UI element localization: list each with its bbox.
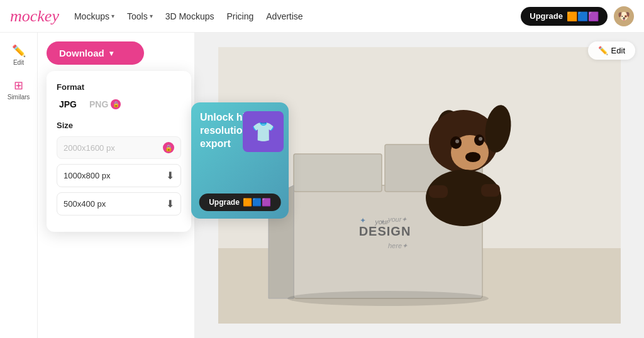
svg-rect-24 [481,184,500,197]
nav-right: Upgrade 🟧🟦🟪 🐶 [521,6,634,26]
svg-point-25 [287,291,489,306]
svg-rect-4 [294,154,382,192]
logo[interactable]: mockey [10,7,59,26]
size-option-500[interactable]: 500x400 px ⬇ [57,192,181,215]
chevron-down-icon: ▾ [150,13,153,19]
download-icon: ⬇ [166,170,174,182]
size-label: Size [57,121,181,130]
sidebar-item-similars[interactable]: ⊞ Similars [3,74,35,106]
tshirt-image: 👕 [243,111,284,152]
svg-text:✦: ✦ [360,216,366,225]
upgrade-emojis: 🟧🟦🟪 [567,11,599,21]
avatar[interactable]: 🐶 [614,6,634,26]
svg-text:your✦: your✦ [387,215,408,223]
svg-text:here✦: here✦ [388,242,408,249]
download-icon: ⬇ [166,198,174,210]
left-sidebar: ✏️ Edit ⊞ Similars [0,33,38,338]
nav-mockups[interactable]: Mockups ▾ [74,11,114,21]
nav-pricing[interactable]: Pricing [226,11,253,21]
chevron-down-icon: ▾ [109,49,113,58]
svg-point-21 [479,137,482,141]
similars-icon: ⊞ [14,79,23,92]
sidebar-item-edit[interactable]: ✏️ Edit [3,39,35,71]
size-option-1000[interactable]: 1000x800 px ⬇ [57,164,181,187]
dropdown-panel: Format JPG PNG 🔒 Size 2000x1600 px 🔒 100… [47,71,191,232]
upgrade-card: Unlock high resolution export 👕 Upgrade … [191,102,289,219]
panel-area: Download ▾ Format JPG PNG 🔒 Size 200 [38,33,195,338]
format-png[interactable]: PNG 🔒 [87,98,123,111]
svg-rect-23 [429,185,448,198]
nav-tools[interactable]: Tools ▾ [127,11,153,21]
main-layout: ✏️ Edit ⊞ Similars Download ▾ Format JPG [0,33,644,338]
nav-links: Mockups ▾ Tools ▾ 3D Mockups Pricing Adv… [74,11,303,21]
download-button[interactable]: Download ▾ [47,41,144,65]
chevron-down-icon: ▾ [111,13,114,19]
format-jpg[interactable]: JPG [57,98,79,111]
upgrade-emojis: 🟧🟦🟪 [243,198,271,207]
edit-icon: ✏️ [598,46,608,55]
upgrade-button[interactable]: Upgrade 🟧🟦🟪 [521,7,608,26]
format-label: Format [57,82,181,92]
svg-text:DESIGN: DESIGN [359,224,411,238]
lock-badge: 🔒 [111,99,121,109]
edit-button[interactable]: ✏️ Edit [588,41,635,60]
edit-icon: ✏️ [12,44,26,58]
format-row: JPG PNG 🔒 [57,98,181,111]
navbar: mockey Mockups ▾ Tools ▾ 3D Mockups Pric… [0,0,644,33]
nav-advertise[interactable]: Advertise [266,11,303,21]
nav-3d-mockups[interactable]: 3D Mockups [165,11,214,21]
upgrade-card-bg: Unlock high resolution export 👕 Upgrade … [191,102,289,219]
size-option-2000[interactable]: 2000x1600 px 🔒 [57,136,181,159]
svg-point-17 [465,152,480,162]
upgrade-card-button[interactable]: Upgrade 🟧🟦🟪 [199,194,281,211]
svg-point-19 [455,139,459,143]
lock-icon: 🔒 [163,142,174,153]
